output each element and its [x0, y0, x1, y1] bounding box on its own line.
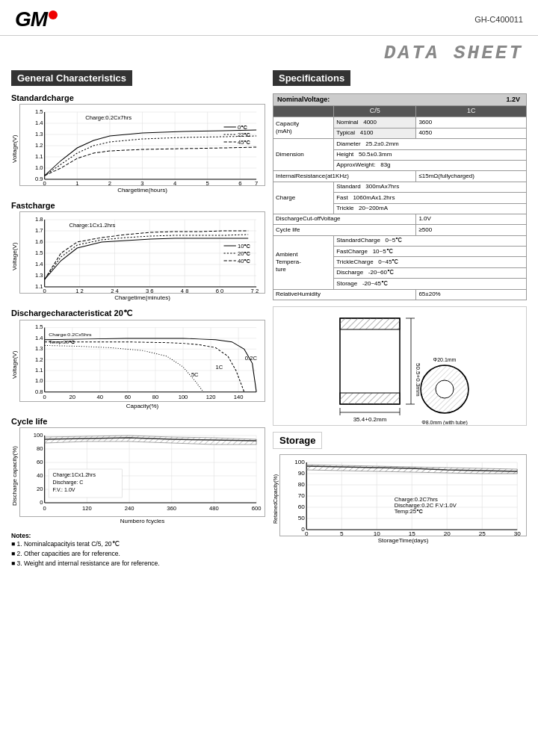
svg-rect-142	[340, 318, 400, 329]
storage-xlabel: StorageTime(days)	[279, 537, 527, 544]
svg-text:7: 7	[255, 180, 258, 186]
svg-text:30: 30	[514, 531, 521, 536]
svg-text:25: 25	[479, 531, 486, 536]
table-row: DischargeCut-offVoltage 1.0V	[273, 214, 527, 224]
svg-text:Φ8.0mm  (with tube): Φ8.0mm (with tube)	[421, 420, 468, 426]
svg-text:Charge:1Cx1.2hrs: Charge:1Cx1.2hrs	[53, 472, 96, 478]
svg-text:120: 120	[206, 395, 216, 400]
svg-text:5C: 5C	[191, 372, 199, 377]
svg-text:1: 1	[75, 180, 78, 186]
svg-text:480: 480	[209, 505, 219, 512]
table-row: Charge Standard 300mAx7hrs	[273, 182, 527, 192]
svg-text:1.8: 1.8	[35, 216, 43, 223]
svg-text:6 0: 6 0	[216, 288, 224, 294]
svg-text:80: 80	[37, 445, 43, 452]
svg-text:5: 5	[206, 180, 209, 186]
storage-chart-area: 100 90 80 70 60 50 0 0 5 10 15	[279, 454, 527, 536]
chart2-area: 1.8 1.7 1.6 1.5 1.4 1.3 1.1 0 1 2 2 4 3 …	[19, 211, 265, 294]
svg-text:F.V.: 1.0V: F.V.: 1.0V	[53, 487, 75, 492]
svg-text:1.3: 1.3	[35, 131, 43, 137]
note-2: ■ 2. Other capacities are for reference.	[11, 549, 265, 559]
svg-text:100: 100	[34, 432, 43, 439]
svg-text:1.1: 1.1	[35, 283, 43, 290]
standardcharge-chart: Standardcharge Voltage(V)	[11, 93, 265, 193]
left-column: General Characteristics Standardcharge V…	[11, 70, 265, 568]
section-header-general: General Characteristics	[11, 70, 132, 86]
nominal-row: NominalVoltage: 1.2V	[273, 94, 527, 106]
storage-section: Storage RetainedCapacity(%)	[273, 432, 527, 544]
doc-id: GH-C400011	[474, 15, 523, 24]
logo-dot	[49, 10, 58, 19]
general-characteristics-header: General Characteristics	[11, 70, 265, 89]
svg-text:2: 2	[108, 180, 111, 186]
main-content: General Characteristics Standardcharge V…	[0, 70, 538, 568]
svg-text:60: 60	[37, 459, 43, 465]
chart4-area: 100 80 60 40 20 0 0 120 240 360 480	[19, 427, 265, 517]
svg-text:240: 240	[125, 505, 134, 512]
svg-text:40: 40	[37, 472, 43, 479]
svg-text:Charge:1Cx1.2hrs: Charge:1Cx1.2hrs	[69, 222, 115, 229]
svg-text:0: 0	[43, 180, 46, 186]
svg-text:Discharge: C: Discharge: C	[53, 480, 84, 486]
chart1-title: Standardcharge	[11, 93, 265, 102]
header: GM GH-C400011	[0, 0, 538, 36]
svg-text:20℃: 20℃	[238, 250, 250, 257]
svg-text:50: 50	[298, 515, 305, 521]
svg-text:1.4: 1.4	[35, 120, 43, 126]
svg-text:1.3: 1.3	[35, 272, 43, 279]
svg-text:80: 80	[152, 395, 158, 400]
svg-text:Φ20.1mm: Φ20.1mm	[433, 357, 457, 362]
svg-text:60: 60	[125, 395, 131, 400]
svg-text:0: 0	[43, 288, 46, 294]
svg-text:90: 90	[298, 471, 305, 477]
fastcharge-chart: Fastcharge Voltage(V)	[11, 201, 265, 301]
svg-text:10℃: 10℃	[238, 243, 250, 250]
svg-text:2 4: 2 4	[111, 288, 119, 294]
svg-text:4 8: 4 8	[181, 288, 189, 294]
right-column: Specifications NominalVoltage: 1.2V C/5 …	[273, 70, 527, 568]
svg-text:15: 15	[409, 531, 415, 536]
specs-table: NominalVoltage: 1.2V C/5 1C Capacity(mAh…	[273, 93, 527, 300]
svg-rect-143	[340, 393, 400, 404]
note-1: ■ 1. Nominalcapacityis terat C/5, 20℃	[11, 539, 265, 549]
storage-title: Storage	[273, 432, 322, 449]
svg-text:6: 6	[238, 180, 241, 186]
svg-text:5: 5	[340, 531, 344, 536]
chart1-xlabel: Chargetime(hours)	[19, 187, 265, 193]
note-3: ■ 3. Weight and internal resistance are …	[11, 559, 265, 568]
svg-text:40: 40	[97, 395, 103, 400]
svg-text:1.5: 1.5	[35, 108, 43, 115]
chart4-title: Cycle life	[11, 417, 265, 426]
svg-text:10: 10	[374, 531, 380, 536]
svg-text:7 2: 7 2	[251, 288, 259, 294]
svg-text:1.4: 1.4	[35, 261, 43, 267]
svg-text:1.1: 1.1	[35, 153, 43, 160]
chart4-ylabel: Discharge capacity(%)	[11, 427, 18, 524]
chart3-title: Dischargecharacteristicat 20℃	[11, 309, 265, 318]
svg-text:3: 3	[140, 180, 143, 186]
svg-text:100: 100	[294, 459, 305, 465]
logo-text: GM	[15, 7, 47, 31]
svg-text:1.1: 1.1	[35, 368, 43, 373]
svg-text:1.0: 1.0	[35, 164, 43, 171]
svg-text:1C: 1C	[216, 365, 223, 370]
notes: Notes: ■ 1. Nominalcapacityis terat C/5,…	[11, 532, 265, 568]
svg-text:1.4: 1.4	[35, 335, 43, 341]
svg-text:20: 20	[37, 486, 43, 492]
svg-text:1.0: 1.0	[35, 379, 43, 384]
svg-text:1.2: 1.2	[35, 142, 43, 149]
svg-text:1.7: 1.7	[35, 227, 43, 234]
chart1-ylabel: Voltage(V)	[11, 104, 18, 193]
svg-text:Discharge:0.2C F.V:1.0V: Discharge:0.2C F.V:1.0V	[395, 504, 457, 509]
svg-text:1.5: 1.5	[35, 250, 43, 256]
table-row: InternalResistance(at1KHz) ≤15mΩ(fullych…	[273, 171, 527, 182]
chart1-area: 1.5 1.4 1.3 1.2 1.1 1.0 0.9 0 1 2 3	[19, 104, 265, 186]
svg-text:1.2: 1.2	[35, 357, 43, 362]
svg-text:0.2C: 0.2C	[245, 356, 257, 361]
svg-text:22℃: 22℃	[238, 131, 250, 138]
table-row: Dimension Diameter 25.2±0.2mm	[273, 139, 527, 149]
chart3-xlabel: Capacity(%)	[19, 403, 265, 409]
chart2-xlabel: Chargetime(minutes)	[19, 294, 265, 301]
svg-text:0.9: 0.9	[35, 176, 43, 182]
logo: GM	[15, 7, 58, 31]
